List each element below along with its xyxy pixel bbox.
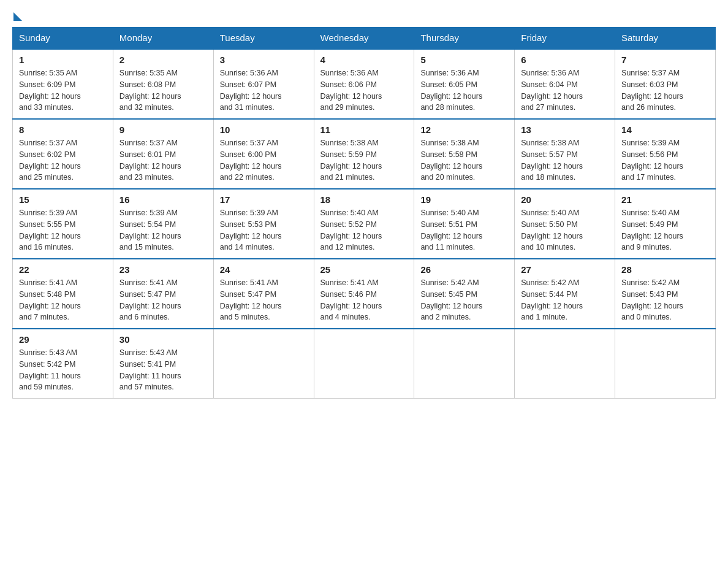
calendar-cell: 6Sunrise: 5:36 AMSunset: 6:04 PMDaylight…: [515, 49, 615, 120]
logo: [12, 12, 23, 21]
calendar-cell: 8Sunrise: 5:37 AMSunset: 6:02 PMDaylight…: [13, 119, 113, 189]
calendar-cell: 4Sunrise: 5:36 AMSunset: 6:06 PMDaylight…: [314, 49, 414, 120]
day-info: Sunrise: 5:41 AMSunset: 5:47 PMDaylight:…: [119, 277, 207, 323]
calendar-cell: 28Sunrise: 5:42 AMSunset: 5:43 PMDayligh…: [615, 259, 716, 329]
calendar-cell: 11Sunrise: 5:38 AMSunset: 5:59 PMDayligh…: [314, 119, 414, 189]
day-info: Sunrise: 5:42 AMSunset: 5:44 PMDaylight:…: [521, 277, 609, 323]
calendar-cell: 17Sunrise: 5:39 AMSunset: 5:53 PMDayligh…: [213, 189, 314, 259]
day-info: Sunrise: 5:40 AMSunset: 5:49 PMDaylight:…: [621, 207, 709, 253]
calendar-cell: [213, 329, 314, 399]
day-info: Sunrise: 5:42 AMSunset: 5:45 PMDaylight:…: [420, 277, 508, 323]
calendar-cell: 5Sunrise: 5:36 AMSunset: 6:05 PMDaylight…: [414, 49, 515, 120]
day-number: 16: [119, 194, 207, 205]
day-number: 4: [320, 55, 408, 65]
calendar-cell: 18Sunrise: 5:40 AMSunset: 5:52 PMDayligh…: [314, 189, 414, 259]
day-number: 11: [320, 124, 408, 135]
day-number: 5: [420, 55, 508, 65]
page-header: [12, 12, 716, 21]
day-info: Sunrise: 5:37 AMSunset: 6:02 PMDaylight:…: [19, 137, 107, 183]
day-info: Sunrise: 5:43 AMSunset: 5:42 PMDaylight:…: [19, 347, 107, 393]
calendar-cell: 10Sunrise: 5:37 AMSunset: 6:00 PMDayligh…: [213, 119, 314, 189]
day-number: 14: [621, 124, 709, 135]
calendar-cell: [314, 329, 414, 399]
calendar-cell: [615, 329, 716, 399]
day-number: 23: [119, 264, 207, 275]
day-info: Sunrise: 5:38 AMSunset: 5:58 PMDaylight:…: [420, 137, 508, 183]
day-number: 13: [521, 124, 609, 135]
day-number: 26: [420, 264, 508, 275]
day-info: Sunrise: 5:36 AMSunset: 6:04 PMDaylight:…: [521, 67, 609, 113]
day-info: Sunrise: 5:36 AMSunset: 6:06 PMDaylight:…: [320, 67, 408, 113]
calendar-cell: 16Sunrise: 5:39 AMSunset: 5:54 PMDayligh…: [113, 189, 213, 259]
day-info: Sunrise: 5:37 AMSunset: 6:01 PMDaylight:…: [119, 137, 207, 183]
calendar-week-row: 1Sunrise: 5:35 AMSunset: 6:09 PMDaylight…: [13, 49, 716, 120]
day-number: 30: [119, 334, 207, 345]
day-number: 9: [119, 124, 207, 135]
calendar-header-row: SundayMondayTuesdayWednesdayThursdayFrid…: [13, 28, 716, 49]
weekday-header-tuesday: Tuesday: [213, 28, 314, 49]
calendar-cell: [414, 329, 515, 399]
day-number: 29: [19, 334, 107, 345]
day-info: Sunrise: 5:36 AMSunset: 6:05 PMDaylight:…: [420, 67, 508, 113]
day-number: 25: [320, 264, 408, 275]
calendar-cell: 22Sunrise: 5:41 AMSunset: 5:48 PMDayligh…: [13, 259, 113, 329]
calendar-cell: 15Sunrise: 5:39 AMSunset: 5:55 PMDayligh…: [13, 189, 113, 259]
calendar-cell: 3Sunrise: 5:36 AMSunset: 6:07 PMDaylight…: [213, 49, 314, 120]
calendar-week-row: 22Sunrise: 5:41 AMSunset: 5:48 PMDayligh…: [13, 259, 716, 329]
calendar-cell: 30Sunrise: 5:43 AMSunset: 5:41 PMDayligh…: [113, 329, 213, 399]
weekday-header-sunday: Sunday: [13, 28, 113, 49]
calendar-cell: 20Sunrise: 5:40 AMSunset: 5:50 PMDayligh…: [515, 189, 615, 259]
day-info: Sunrise: 5:39 AMSunset: 5:54 PMDaylight:…: [119, 207, 207, 253]
day-info: Sunrise: 5:38 AMSunset: 5:59 PMDaylight:…: [320, 137, 408, 183]
day-number: 10: [220, 124, 308, 135]
day-number: 20: [521, 194, 609, 205]
day-info: Sunrise: 5:39 AMSunset: 5:55 PMDaylight:…: [19, 207, 107, 253]
day-number: 2: [119, 55, 207, 65]
calendar-cell: 2Sunrise: 5:35 AMSunset: 6:08 PMDaylight…: [113, 49, 213, 120]
logo-triangle-icon: [13, 12, 22, 21]
day-number: 19: [420, 194, 508, 205]
day-number: 12: [420, 124, 508, 135]
calendar-cell: 21Sunrise: 5:40 AMSunset: 5:49 PMDayligh…: [615, 189, 716, 259]
day-info: Sunrise: 5:40 AMSunset: 5:50 PMDaylight:…: [521, 207, 609, 253]
day-info: Sunrise: 5:40 AMSunset: 5:51 PMDaylight:…: [420, 207, 508, 253]
calendar-cell: 1Sunrise: 5:35 AMSunset: 6:09 PMDaylight…: [13, 49, 113, 120]
day-info: Sunrise: 5:37 AMSunset: 6:03 PMDaylight:…: [621, 67, 709, 113]
calendar-cell: 23Sunrise: 5:41 AMSunset: 5:47 PMDayligh…: [113, 259, 213, 329]
calendar-cell: 19Sunrise: 5:40 AMSunset: 5:51 PMDayligh…: [414, 189, 515, 259]
day-number: 1: [19, 55, 107, 65]
weekday-header-thursday: Thursday: [414, 28, 515, 49]
day-info: Sunrise: 5:41 AMSunset: 5:46 PMDaylight:…: [320, 277, 408, 323]
day-number: 21: [621, 194, 709, 205]
day-number: 28: [621, 264, 709, 275]
day-number: 17: [220, 194, 308, 205]
day-number: 8: [19, 124, 107, 135]
calendar-table: SundayMondayTuesdayWednesdayThursdayFrid…: [12, 27, 716, 399]
day-info: Sunrise: 5:35 AMSunset: 6:08 PMDaylight:…: [119, 67, 207, 113]
calendar-cell: 27Sunrise: 5:42 AMSunset: 5:44 PMDayligh…: [515, 259, 615, 329]
day-number: 7: [621, 55, 709, 65]
calendar-week-row: 29Sunrise: 5:43 AMSunset: 5:42 PMDayligh…: [13, 329, 716, 399]
day-number: 18: [320, 194, 408, 205]
day-number: 22: [19, 264, 107, 275]
weekday-header-monday: Monday: [113, 28, 213, 49]
day-info: Sunrise: 5:40 AMSunset: 5:52 PMDaylight:…: [320, 207, 408, 253]
calendar-cell: 9Sunrise: 5:37 AMSunset: 6:01 PMDaylight…: [113, 119, 213, 189]
day-number: 27: [521, 264, 609, 275]
weekday-header-wednesday: Wednesday: [314, 28, 414, 49]
day-info: Sunrise: 5:36 AMSunset: 6:07 PMDaylight:…: [220, 67, 308, 113]
calendar-cell: 12Sunrise: 5:38 AMSunset: 5:58 PMDayligh…: [414, 119, 515, 189]
day-number: 24: [220, 264, 308, 275]
calendar-cell: 7Sunrise: 5:37 AMSunset: 6:03 PMDaylight…: [615, 49, 716, 120]
calendar-cell: 13Sunrise: 5:38 AMSunset: 5:57 PMDayligh…: [515, 119, 615, 189]
day-info: Sunrise: 5:39 AMSunset: 5:53 PMDaylight:…: [220, 207, 308, 253]
day-number: 15: [19, 194, 107, 205]
day-info: Sunrise: 5:38 AMSunset: 5:57 PMDaylight:…: [521, 137, 609, 183]
calendar-cell: 24Sunrise: 5:41 AMSunset: 5:47 PMDayligh…: [213, 259, 314, 329]
calendar-cell: 14Sunrise: 5:39 AMSunset: 5:56 PMDayligh…: [615, 119, 716, 189]
day-info: Sunrise: 5:41 AMSunset: 5:48 PMDaylight:…: [19, 277, 107, 323]
day-info: Sunrise: 5:35 AMSunset: 6:09 PMDaylight:…: [19, 67, 107, 113]
weekday-header-friday: Friday: [515, 28, 615, 49]
calendar-cell: 26Sunrise: 5:42 AMSunset: 5:45 PMDayligh…: [414, 259, 515, 329]
calendar-week-row: 8Sunrise: 5:37 AMSunset: 6:02 PMDaylight…: [13, 119, 716, 189]
